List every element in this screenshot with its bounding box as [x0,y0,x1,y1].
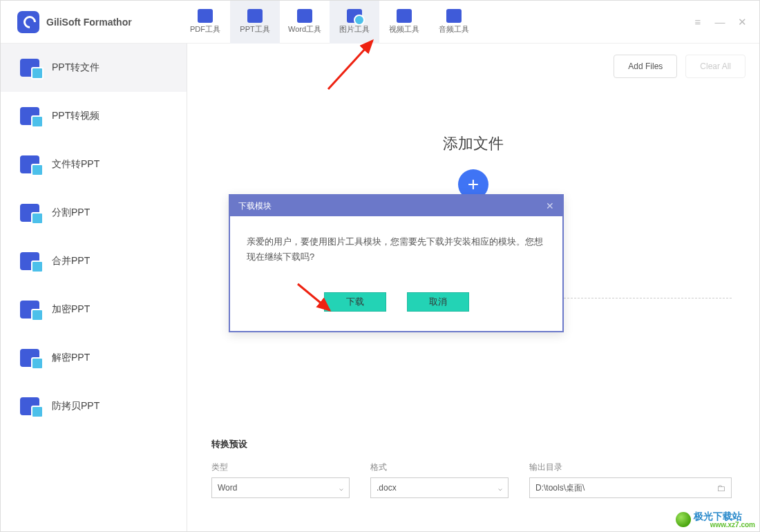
tab-label: 视频工具 [389,24,419,35]
split-icon [20,204,39,222]
sidebar-item-label: 加密PPT [52,303,90,316]
download-button[interactable]: 下载 [324,292,386,312]
conversion-presets: 转换预设 类型 Word⌵ 格式 .docx⌵ 输出目录 D:\tools\桌面… [211,438,732,498]
sidebar-item-encrypt-ppt[interactable]: 加密PPT [1,285,187,334]
output-dir-value: D:\tools\桌面\ [535,482,585,494]
audio-icon [446,9,462,23]
format-select[interactable]: .docx⌵ [370,477,509,498]
window-controls: ≡ — ✕ [692,16,759,28]
close-icon[interactable]: ✕ [736,16,748,28]
sidebar-item-label: 文件转PPT [52,158,99,171]
sidebar-item-decrypt-ppt[interactable]: 解密PPT [1,334,187,382]
convert-button[interactable] [621,506,732,526]
ppt-video-icon [20,107,39,125]
file-ppt-icon [20,155,39,173]
ppt-file-icon [20,59,39,77]
minimize-icon[interactable]: — [714,16,726,28]
tab-word-tools[interactable]: Word工具 [280,1,330,44]
sidebar-item-label: 合并PPT [52,255,90,267]
drop-zone: 添加文件 + [187,133,759,200]
format-label: 格式 [370,462,509,473]
output-dir-field[interactable]: D:\tools\桌面\🗀 [529,477,732,498]
sidebar: PPT转文件 PPT转视频 文件转PPT 分割PPT 合并PPT 加密PPT 解… [1,44,187,531]
chevron-down-icon: ⌵ [339,484,343,492]
type-select[interactable]: Word⌵ [211,477,350,498]
tab-label: PPT工具 [240,24,269,35]
app-title: GiliSoft Formathor [46,17,132,28]
tab-audio-tools[interactable]: 音频工具 [429,1,479,44]
drop-zone-title: 添加文件 [443,133,504,154]
folder-icon[interactable]: 🗀 [716,483,725,493]
sidebar-item-file-to-ppt[interactable]: 文件转PPT [1,140,187,189]
pdf-icon [198,9,213,23]
output-dir-label: 输出目录 [529,462,732,473]
tab-label: Word工具 [288,24,321,35]
sidebar-item-anticopy-ppt[interactable]: 防拷贝PPT [1,382,187,430]
download-module-dialog: 下载模块 ✕ 亲爱的用户，要使用图片工具模块，您需要先下载并安装相应的模块。您想… [229,194,564,332]
sidebar-item-ppt-to-video[interactable]: PPT转视频 [1,92,187,140]
ppt-icon [247,9,263,23]
merge-icon [20,252,39,270]
dialog-close-icon[interactable]: ✕ [546,200,554,211]
type-value: Word [218,483,237,493]
sidebar-item-ppt-to-file[interactable]: PPT转文件 [1,44,187,92]
cancel-button[interactable]: 取消 [407,292,469,312]
sidebar-item-split-ppt[interactable]: 分割PPT [1,189,187,237]
dialog-header[interactable]: 下载模块 ✕ [230,196,562,216]
lock-icon [20,301,39,319]
tab-ppt-tools[interactable]: PPT工具 [230,1,280,44]
unlock-icon [20,349,39,367]
type-label: 类型 [211,462,350,473]
chevron-down-icon: ⌵ [498,484,502,492]
shield-icon [20,397,39,415]
menu-icon[interactable]: ≡ [692,16,704,28]
sidebar-item-label: 防拷贝PPT [52,400,99,412]
tab-pdf-tools[interactable]: PDF工具 [180,1,230,44]
video-icon [397,9,412,23]
presets-heading: 转换预设 [211,438,732,450]
sidebar-item-label: 分割PPT [52,207,90,219]
tool-tabs: PDF工具 PPT工具 Word工具 图片工具 视频工具 音频工具 [180,1,479,44]
clear-all-button[interactable]: Clear All [685,55,745,78]
sidebar-item-label: PPT转文件 [52,61,99,74]
tab-label: 图片工具 [339,24,370,35]
logo-area: GiliSoft Formathor [1,11,180,33]
sidebar-item-merge-ppt[interactable]: 合并PPT [1,237,187,285]
tab-label: 音频工具 [439,24,469,35]
word-icon [297,9,312,23]
tab-label: PDF工具 [190,24,220,35]
dialog-footer: 下载 取消 [230,292,562,331]
image-icon [347,9,362,23]
tab-video-tools[interactable]: 视频工具 [379,1,429,44]
tab-image-tools[interactable]: 图片工具 [330,1,379,44]
add-files-button[interactable]: Add Files [614,55,677,78]
top-buttons: Add Files Clear All [614,55,745,78]
format-value: .docx [377,483,397,493]
dialog-title: 下载模块 [238,200,272,212]
sidebar-item-label: 解密PPT [52,352,90,364]
sidebar-item-label: PPT转视频 [52,110,99,122]
app-logo-icon [17,11,39,33]
title-bar: GiliSoft Formathor PDF工具 PPT工具 Word工具 图片… [1,1,759,44]
dialog-body: 亲爱的用户，要使用图片工具模块，您需要先下载并安装相应的模块。您想现在继续下载吗… [230,216,562,292]
